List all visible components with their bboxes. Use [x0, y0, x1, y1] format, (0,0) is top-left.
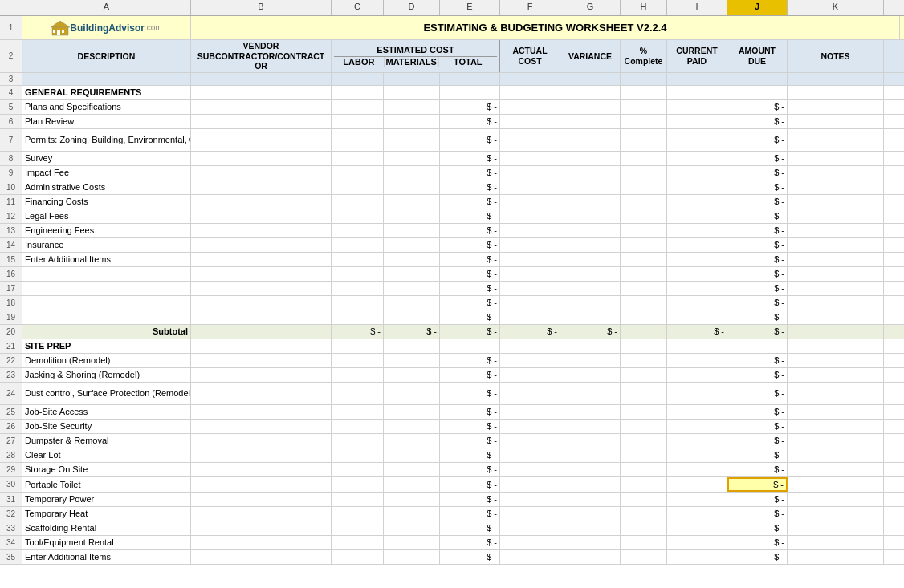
- row-35-desc[interactable]: Enter Additional Items: [22, 550, 191, 564]
- row-30-vendor[interactable]: [191, 477, 332, 492]
- row-9[interactable]: 9Impact Fee$ -$ -: [0, 166, 904, 180]
- row-16-total[interactable]: $ -: [440, 267, 500, 281]
- row-33-notes[interactable]: [788, 521, 884, 535]
- row-7-desc[interactable]: Permits: Zoning, Building, Environmental…: [22, 129, 191, 151]
- row-24-actual[interactable]: [500, 383, 560, 404]
- row-27-vendor[interactable]: [191, 434, 332, 448]
- row-10-vendor[interactable]: [191, 180, 332, 194]
- row-23-labor[interactable]: [332, 368, 384, 382]
- row-4-actual[interactable]: [500, 86, 560, 99]
- row-16[interactable]: 16$ -$ -: [0, 267, 904, 282]
- row-26-notes[interactable]: [788, 420, 884, 433]
- row-35-variance[interactable]: [560, 550, 621, 564]
- row-6-labor[interactable]: [332, 115, 384, 128]
- row-20[interactable]: 20Subtotal$ -$ -$ -$ -$ -$ -$ -: [0, 325, 904, 339]
- row-5-materials[interactable]: [384, 100, 440, 114]
- row-24-labor[interactable]: [332, 383, 384, 404]
- row-19-total[interactable]: $ -: [440, 310, 500, 324]
- row-6-pct[interactable]: [621, 115, 667, 128]
- row-8-actual[interactable]: [500, 152, 560, 165]
- row-11-total[interactable]: $ -: [440, 195, 500, 209]
- row-15-labor[interactable]: [332, 253, 384, 266]
- row-17-variance[interactable]: [560, 282, 621, 295]
- row-25-amount-due[interactable]: $ -: [727, 405, 788, 419]
- row-8-materials[interactable]: [384, 152, 440, 165]
- row-21-notes[interactable]: [788, 339, 884, 353]
- row-10-variance[interactable]: [560, 180, 621, 194]
- row-11[interactable]: 11Financing Costs$ -$ -: [0, 195, 904, 209]
- row-32-variance[interactable]: [560, 507, 621, 521]
- row-29-actual[interactable]: [500, 463, 560, 476]
- row-22-current-paid[interactable]: [667, 354, 727, 367]
- row-21-current-paid[interactable]: [667, 339, 727, 353]
- row-9-current-paid[interactable]: [667, 166, 727, 180]
- row-11-desc[interactable]: Financing Costs: [22, 195, 191, 209]
- row-21-materials[interactable]: [384, 339, 440, 353]
- row-7-variance[interactable]: [560, 129, 621, 151]
- row-13-amount-due[interactable]: $ -: [727, 224, 788, 237]
- row-7-vendor[interactable]: [191, 129, 332, 151]
- row-28-pct[interactable]: [621, 448, 667, 462]
- row-5-variance[interactable]: [560, 100, 621, 114]
- col-d-header[interactable]: D: [384, 0, 440, 15]
- row-21[interactable]: 21SITE PREP: [0, 339, 904, 354]
- row-30-actual[interactable]: [500, 477, 560, 492]
- row-20-total[interactable]: $ -: [440, 325, 500, 339]
- row-22-pct[interactable]: [621, 354, 667, 367]
- row-32-total[interactable]: $ -: [440, 507, 500, 521]
- row-34[interactable]: 34Tool/Equipment Rental$ -$ -: [0, 536, 904, 550]
- row-10[interactable]: 10Administrative Costs$ -$ -: [0, 180, 904, 195]
- row-19-notes[interactable]: [788, 310, 884, 324]
- row-22-labor[interactable]: [332, 354, 384, 367]
- row-32-actual[interactable]: [500, 507, 560, 521]
- row-22-materials[interactable]: [384, 354, 440, 367]
- row-15-notes[interactable]: [788, 253, 884, 266]
- row-26-amount-due[interactable]: $ -: [727, 420, 788, 433]
- row-25-materials[interactable]: [384, 405, 440, 419]
- row-17-current-paid[interactable]: [667, 282, 727, 295]
- row-29-materials[interactable]: [384, 463, 440, 476]
- row-28-desc[interactable]: Clear Lot: [22, 448, 191, 462]
- row-5-amount-due[interactable]: $ -: [727, 100, 788, 114]
- row-6[interactable]: 6Plan Review$ -$ -: [0, 115, 904, 129]
- row-21-pct[interactable]: [621, 339, 667, 353]
- row-24-variance[interactable]: [560, 383, 621, 404]
- row-30-labor[interactable]: [332, 477, 384, 492]
- row-24-vendor[interactable]: [191, 383, 332, 404]
- row-13-notes[interactable]: [788, 224, 884, 237]
- row-26[interactable]: 26Job-Site Security$ -$ -: [0, 420, 904, 434]
- row-18-actual[interactable]: [500, 296, 560, 310]
- row-25-actual[interactable]: [500, 405, 560, 419]
- row-13-labor[interactable]: [332, 224, 384, 237]
- row-12-actual[interactable]: [500, 209, 560, 223]
- row-9-actual[interactable]: [500, 166, 560, 180]
- row-25-current-paid[interactable]: [667, 405, 727, 419]
- row-26-pct[interactable]: [621, 420, 667, 433]
- row-5-current-paid[interactable]: [667, 100, 727, 114]
- row-28-vendor[interactable]: [191, 448, 332, 462]
- row-17-labor[interactable]: [332, 282, 384, 295]
- row-14-pct[interactable]: [621, 238, 667, 252]
- row-20-actual[interactable]: $ -: [500, 325, 560, 339]
- row-10-labor[interactable]: [332, 180, 384, 194]
- row-35-pct[interactable]: [621, 550, 667, 564]
- row-28-actual[interactable]: [500, 448, 560, 462]
- row-9-total[interactable]: $ -: [440, 166, 500, 180]
- row-34-desc[interactable]: Tool/Equipment Rental: [22, 536, 191, 549]
- row-27-notes[interactable]: [788, 434, 884, 448]
- row-6-variance[interactable]: [560, 115, 621, 128]
- row-34-materials[interactable]: [384, 536, 440, 549]
- row-24-pct[interactable]: [621, 383, 667, 404]
- row-34-pct[interactable]: [621, 536, 667, 549]
- col-i-header[interactable]: I: [667, 0, 727, 15]
- row-25-labor[interactable]: [332, 405, 384, 419]
- row-18-notes[interactable]: [788, 296, 884, 310]
- row-22-variance[interactable]: [560, 354, 621, 367]
- row-26-labor[interactable]: [332, 420, 384, 433]
- row-23-current-paid[interactable]: [667, 368, 727, 382]
- row-11-current-paid[interactable]: [667, 195, 727, 209]
- row-34-total[interactable]: $ -: [440, 536, 500, 549]
- row-27-materials[interactable]: [384, 434, 440, 448]
- row-21-labor[interactable]: [332, 339, 384, 353]
- row-20-amount-due[interactable]: $ -: [727, 325, 788, 339]
